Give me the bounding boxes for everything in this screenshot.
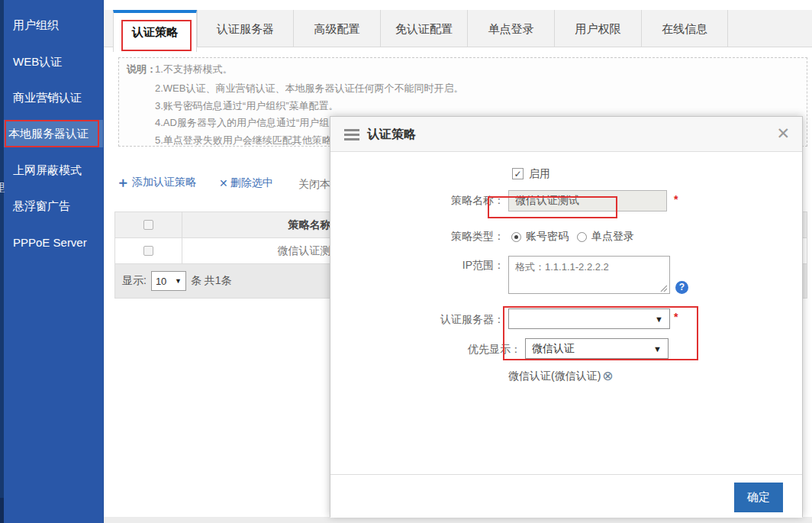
delete-icon: ✕ <box>219 177 228 189</box>
sidebar-strip-segment <box>0 498 4 523</box>
chevron-down-icon: ▼ <box>175 277 182 285</box>
priority-display-label: 优先显示： <box>420 343 521 357</box>
enable-label: 启用 <box>529 167 550 181</box>
row-checkbox-cell <box>115 238 182 263</box>
check-icon: ✓ <box>514 169 521 179</box>
tab-label: 单点登录 <box>488 22 534 35</box>
notice-line: 2.WEB认证、商业营销认证、本地服务器认证任何两个不能同时开启。 <box>155 82 463 95</box>
ip-range-label: IP范围： <box>404 259 504 273</box>
sidebar-item-pppoe-server[interactable]: PPPoE Server <box>4 230 104 256</box>
priority-display-value: 微信认证 <box>532 342 575 356</box>
tab-label: 认证策略 <box>132 25 178 38</box>
sidebar-item-label: WEB认证 <box>13 55 62 68</box>
page-size-select[interactable]: 10 ▼ <box>151 271 186 291</box>
tab-label: 在线信息 <box>662 22 707 35</box>
close-icon[interactable]: ✕ <box>776 124 790 143</box>
notice-line: 4.AD服务器导入的用户信息通过“用户组 <box>155 116 329 130</box>
policy-name-label: 策略名称： <box>404 194 504 208</box>
tab-label: 免认证配置 <box>395 22 453 35</box>
auth-server-label: 认证服务器： <box>404 313 504 327</box>
dialog-footer <box>330 474 802 518</box>
menu-icon <box>344 129 359 140</box>
tab-user-rights[interactable]: 用户权限 <box>554 10 641 47</box>
tab-auth-server[interactable]: 认证服务器 <box>197 10 293 47</box>
sidebar-item-label: 悬浮窗广告 <box>13 199 70 212</box>
sidebar-item-label: 上网屏蔽模式 <box>13 163 82 176</box>
add-policy-button[interactable]: ＋ 添加认证策略 <box>116 176 196 189</box>
radio-account-password[interactable] <box>511 232 521 242</box>
sidebar-item-marketing-auth[interactable]: 商业营销认证 <box>4 85 104 111</box>
ip-range-textarea[interactable] <box>508 256 670 294</box>
tab-auth-policy-active[interactable]: 认证策略 <box>113 10 197 52</box>
pagination-show-label: 显示: <box>122 274 147 288</box>
radio-sso-label: 单点登录 <box>591 230 634 244</box>
sidebar-item-label: 本地服务器认证 <box>8 127 89 140</box>
auth-policy-dialog: 认证策略 ✕ ✓ 启用 策略名称： * 策略类型： 账号密码 单点登录 IP范围… <box>330 116 803 517</box>
tag-text: 微信认证(微信认证) <box>508 370 601 383</box>
policy-type-label: 策略类型： <box>404 230 504 244</box>
sidebar-collapsed-strip <box>0 0 4 523</box>
chevron-down-icon: ▼ <box>653 344 662 354</box>
pagination-total-label: 条 共1条 <box>191 274 232 288</box>
remove-tag-icon[interactable]: ⊗ <box>602 370 613 383</box>
page-bottom-strip <box>104 517 812 523</box>
tab-online-info[interactable]: 在线信息 <box>641 10 728 47</box>
sidebar-item-label: PPPoE Server <box>13 236 87 249</box>
enable-checkbox[interactable]: ✓ <box>512 168 524 179</box>
add-policy-label: 添加认证策略 <box>132 176 196 189</box>
row-checkbox[interactable] <box>143 246 153 256</box>
selected-server-tag: 微信认证(微信认证) ⊗ <box>508 370 614 383</box>
sidebar-item-block-mode[interactable]: 上网屏蔽模式 <box>4 157 104 183</box>
select-all-checkbox[interactable] <box>143 220 153 230</box>
radio-account-password-label: 账号密码 <box>526 230 569 244</box>
notice-line: 5.单点登录失败用户会继续匹配其他策略 <box>155 134 332 147</box>
tab-label: 认证服务器 <box>217 22 274 35</box>
ok-button[interactable]: 确定 <box>734 483 783 512</box>
notice-line: 1.不支持桥模式。 <box>155 63 233 76</box>
sidebar-item-float-ad[interactable]: 悬浮窗广告 <box>4 193 104 219</box>
close-auth-link[interactable]: 关闭本 <box>298 178 330 192</box>
help-icon[interactable]: ? <box>675 281 688 294</box>
close-auth-label: 关闭本 <box>298 178 330 190</box>
chevron-down-icon: ▼ <box>655 315 663 324</box>
auth-server-select[interactable]: ▼ <box>508 308 670 329</box>
sidebar-item-web-auth[interactable]: WEB认证 <box>4 49 104 75</box>
tab-label: 高级配置 <box>314 22 360 35</box>
priority-display-select[interactable]: 微信认证 ▼ <box>525 338 669 359</box>
plus-icon: ＋ <box>116 176 130 189</box>
dialog-header: 认证策略 ✕ <box>330 117 802 152</box>
tab-label: 用户权限 <box>575 22 621 35</box>
notice-line: 3.账号密码信息通过“用户组织”菜单配置。 <box>155 99 339 113</box>
app-root: 理 用户组织 WEB认证 商业营销认证 本地服务器认证 上网屏蔽模式 悬浮窗广告… <box>0 0 812 523</box>
tab-advanced[interactable]: 高级配置 <box>293 10 380 47</box>
dialog-title: 认证策略 <box>367 117 416 152</box>
policy-name-input[interactable] <box>508 190 667 211</box>
delete-selected-label: 删除选中 <box>230 176 273 190</box>
sidebar-item-label: 商业营销认证 <box>13 91 82 104</box>
radio-sso[interactable] <box>577 232 587 242</box>
tab-bar: 认证服务器 高级配置 免认证配置 单点登录 用户权限 在线信息 <box>104 10 812 47</box>
sidebar-item-user-org[interactable]: 用户组织 <box>4 12 104 38</box>
sidebar-item-local-server-auth[interactable]: 本地服务器认证 <box>4 120 104 147</box>
tab-no-auth[interactable]: 免认证配置 <box>380 10 467 47</box>
page-size-value: 10 <box>156 276 166 287</box>
tab-sso[interactable]: 单点登录 <box>467 10 554 47</box>
header-checkbox-cell <box>115 212 182 237</box>
sidebar-item-label: 用户组织 <box>13 18 59 31</box>
sidebar: 理 用户组织 WEB认证 商业营销认证 本地服务器认证 上网屏蔽模式 悬浮窗广告… <box>0 0 104 523</box>
notice-label: 说明： <box>127 63 156 76</box>
required-asterisk: * <box>674 193 678 205</box>
delete-selected-button[interactable]: ✕ 删除选中 <box>219 176 273 190</box>
required-asterisk: * <box>674 311 678 323</box>
